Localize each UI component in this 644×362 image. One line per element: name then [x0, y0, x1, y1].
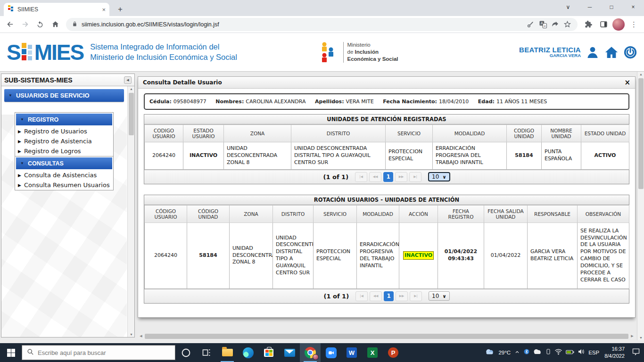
pager-page-1-button[interactable]: 1	[383, 172, 393, 182]
system-tray: 29°C ESP 16:37	[485, 346, 644, 360]
cell-fecha-registro: 01/04/2022 09:43:43	[438, 222, 484, 288]
sidebar-item-registro-logros[interactable]: ▶ Registro de Logros	[15, 146, 113, 156]
browser-tab[interactable]: SIIMIES ×	[4, 3, 109, 16]
vertical-scroll-thumb[interactable]	[638, 78, 644, 189]
scroll-up-icon[interactable]: ▲	[128, 87, 134, 90]
sidebar-accordion-usuarios[interactable]: ▼ USUARIOS DE SERVICIO	[4, 89, 124, 102]
excel-icon[interactable]: X	[362, 343, 383, 362]
ministry-puzzle-icon	[321, 41, 339, 63]
file-explorer-icon[interactable]	[217, 343, 238, 362]
pager-first-button[interactable]: |◀	[355, 172, 367, 182]
language-indicator[interactable]: ESP	[588, 350, 599, 355]
chrome-icon[interactable]	[300, 343, 321, 362]
cell-modalidad: ERRADICACIÓN PROGRESIVA DEL TRABAJO INFA…	[433, 142, 507, 170]
rows-per-page-select[interactable]: 10 ∨	[429, 291, 449, 301]
cortana-icon[interactable]	[175, 343, 196, 362]
logo-text-mies: MIES	[34, 41, 83, 63]
edge-icon[interactable]	[238, 343, 258, 362]
siimies-logo: S MIES Sistema Integrado de Información …	[7, 41, 237, 64]
scroll-down-icon[interactable]: ▼	[128, 333, 134, 336]
home-button-icon[interactable]	[604, 45, 619, 59]
pager-page-1-button[interactable]: 1	[384, 291, 394, 301]
chevron-down-icon: ∨	[442, 174, 446, 180]
vertical-scrollbar[interactable]: ▲ ▼	[637, 72, 644, 340]
pager-last-button[interactable]: ▶|	[409, 172, 421, 182]
scroll-left-icon[interactable]: ◀	[138, 334, 144, 338]
forward-icon[interactable]	[19, 18, 31, 31]
maximize-button[interactable]: □	[601, 4, 622, 10]
chevron-up-icon[interactable]	[514, 348, 520, 357]
word-icon[interactable]: W	[341, 343, 362, 362]
pager-last-button[interactable]: ▶|	[410, 291, 422, 301]
pager-prev-button[interactable]: ◀◀	[370, 291, 382, 301]
volume-icon[interactable]	[578, 348, 585, 357]
sidebar-scrollbar[interactable]: ▲ ▼	[127, 86, 134, 337]
extensions-puzzle-icon[interactable]	[582, 18, 594, 31]
cell-zona: UNIDAD DESCONCENTRADA ZONAL 8	[230, 222, 273, 288]
sidebar-item-consulta-resumen[interactable]: ▶ Consulta Resumen Usuarios	[15, 180, 113, 190]
scroll-up-icon[interactable]: ▲	[637, 73, 644, 76]
task-view-icon[interactable]	[196, 343, 217, 362]
wifi-icon[interactable]	[554, 348, 562, 357]
weather-icon[interactable]	[485, 347, 495, 358]
share-icon[interactable]	[551, 20, 560, 29]
search-input[interactable]	[38, 349, 156, 356]
sidebar-item-registro-asistencia[interactable]: ▶ Registro de Asistencia	[15, 136, 113, 146]
your-phone-icon[interactable]	[545, 348, 551, 357]
pager-first-button[interactable]: |◀	[355, 291, 368, 301]
profile-avatar[interactable]	[612, 18, 625, 31]
powerpoint-icon[interactable]: P	[383, 343, 404, 362]
sidebar-collapse-button[interactable]: ◀	[124, 76, 132, 84]
pager-prev-button[interactable]: ◀◀	[369, 172, 381, 182]
battery-icon[interactable]	[566, 348, 574, 357]
microsoft-store-icon[interactable]	[258, 343, 279, 362]
status-badge: INACTIVO	[403, 251, 434, 260]
horizontal-scrollbar[interactable]: ◀ ▶	[138, 333, 636, 339]
chevron-down-icon: ▼	[20, 161, 24, 165]
taskbar-search[interactable]	[22, 345, 175, 360]
reload-icon[interactable]	[34, 18, 46, 31]
side-panel-icon[interactable]	[597, 18, 610, 31]
sidebar-item-registro-usuarios[interactable]: ▶ Registro de Usuarios	[15, 126, 113, 136]
horizontal-scroll-thumb[interactable]	[145, 334, 628, 339]
new-tab-button[interactable]: +	[114, 5, 126, 14]
tab-search-icon[interactable]: ∨	[557, 4, 579, 10]
browser-menu-icon[interactable]: ⋮	[627, 20, 640, 29]
onedrive-icon[interactable]	[533, 348, 542, 357]
panel-close-icon[interactable]: ×	[624, 78, 630, 87]
tab-close-icon[interactable]: ×	[102, 6, 106, 13]
logout-power-icon[interactable]	[623, 45, 637, 59]
home-icon[interactable]	[49, 18, 61, 31]
pager-next-button[interactable]: ▶▶	[396, 291, 408, 301]
pager-next-button[interactable]: ▶▶	[395, 172, 407, 182]
user-profile-icon[interactable]	[586, 45, 600, 59]
rows-per-page-select[interactable]: 10 ∨	[428, 172, 450, 181]
temperature-label[interactable]: 29°C	[498, 350, 511, 355]
start-button[interactable]	[0, 343, 22, 362]
info-value: 18/04/2010	[439, 99, 469, 105]
group-bar-consultas[interactable]: ▼ CONSULTAS	[16, 157, 112, 169]
zoom-icon[interactable]	[321, 343, 341, 362]
url-text[interactable]: siimies.inclusion.gob.ec/SIIMIES/vistas/…	[82, 21, 523, 28]
mail-icon[interactable]	[279, 343, 300, 362]
table-row: 2064240 INACTIVO UNIDAD DESCONCENTRADA Z…	[145, 142, 629, 170]
window-close-button[interactable]: ×	[622, 4, 644, 10]
rows-per-page-value: 10	[432, 293, 439, 299]
scroll-down-icon[interactable]: ▼	[637, 336, 644, 339]
minimize-button[interactable]: ─	[579, 4, 601, 10]
bookmark-star-icon[interactable]	[563, 20, 572, 29]
table-rotacion-usuarios: ROTACIÓN USUARIOS - UNIDADES DE ATENCIÓN…	[144, 195, 629, 304]
scroll-right-icon[interactable]: ▶	[629, 334, 636, 338]
group-bar-registro[interactable]: ▼ REGISTRO	[16, 114, 112, 125]
translate-icon[interactable]: Aa	[539, 20, 547, 29]
sidebar-item-consulta-asistencias[interactable]: ▶ Consulta de Asistencias	[15, 170, 113, 180]
address-bar[interactable]: siimies.inclusion.gob.ec/SIIMIES/vistas/…	[66, 18, 578, 31]
date-label: 8/4/2022	[604, 353, 625, 360]
back-icon[interactable]	[4, 18, 16, 31]
clock[interactable]: 16:37 8/4/2022	[604, 346, 625, 360]
password-key-icon[interactable]	[527, 20, 535, 29]
ministry-line1: Ministerio	[347, 41, 398, 49]
sidebar-scroll-thumb[interactable]	[129, 93, 134, 135]
bluetooth-icon[interactable]	[524, 348, 529, 357]
action-center-icon[interactable]	[632, 348, 640, 357]
